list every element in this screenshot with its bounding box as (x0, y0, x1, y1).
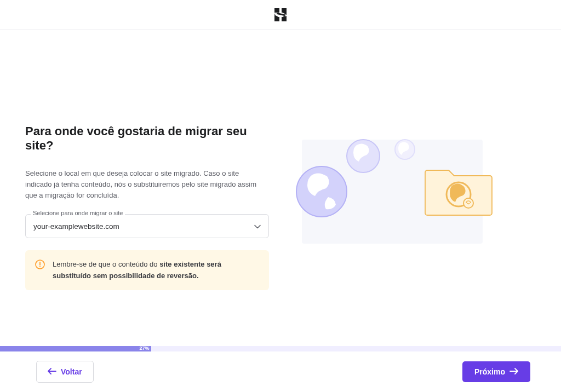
select-value: your-examplewebsite.com (33, 222, 119, 230)
globe-icon (394, 139, 416, 160)
main-content: Para onde você gostaria de migrar seu si… (0, 30, 561, 290)
arrow-right-icon (510, 367, 518, 376)
warning-text: Lembre-se de que o conteúdo do site exis… (53, 259, 259, 281)
warning-icon (35, 260, 45, 272)
globe-icon (295, 165, 348, 218)
svg-marker-6 (282, 8, 287, 13)
destination-select-wrapper: Selecione para onde migrar o site your-e… (25, 214, 269, 238)
select-label: Selecione para onde migrar o site (31, 210, 125, 216)
form-column: Para onde você gostaria de migrar seu si… (25, 30, 269, 290)
next-button[interactable]: Próximo (462, 361, 530, 382)
destination-select[interactable]: your-examplewebsite.com (25, 214, 269, 238)
app-header (0, 0, 561, 30)
svg-marker-7 (274, 17, 279, 21)
back-button[interactable]: Voltar (36, 361, 94, 383)
arrow-left-icon (48, 367, 56, 376)
page-description: Selecione o local em que deseja colocar … (25, 168, 266, 201)
progress-fill: 27% (0, 346, 151, 351)
hostinger-logo (274, 8, 287, 21)
folder-icon (423, 167, 494, 217)
illustration-column (302, 30, 536, 290)
migration-illustration (302, 140, 483, 244)
next-button-label: Próximo (474, 367, 505, 376)
globe-icon (346, 139, 381, 174)
back-button-label: Voltar (61, 367, 82, 376)
progress-label: 27% (139, 345, 149, 351)
svg-point-17 (463, 198, 473, 208)
svg-marker-8 (282, 17, 287, 21)
footer-actions: Voltar Próximo (0, 351, 561, 392)
progress-bar: 27% (0, 346, 561, 351)
chevron-down-icon (254, 221, 261, 231)
warning-prefix: Lembre-se de que o conteúdo do (53, 260, 159, 268)
svg-point-12 (39, 266, 41, 267)
warning-box: Lembre-se de que o conteúdo do site exis… (25, 250, 269, 290)
page-title: Para onde você gostaria de migrar seu si… (25, 124, 269, 153)
